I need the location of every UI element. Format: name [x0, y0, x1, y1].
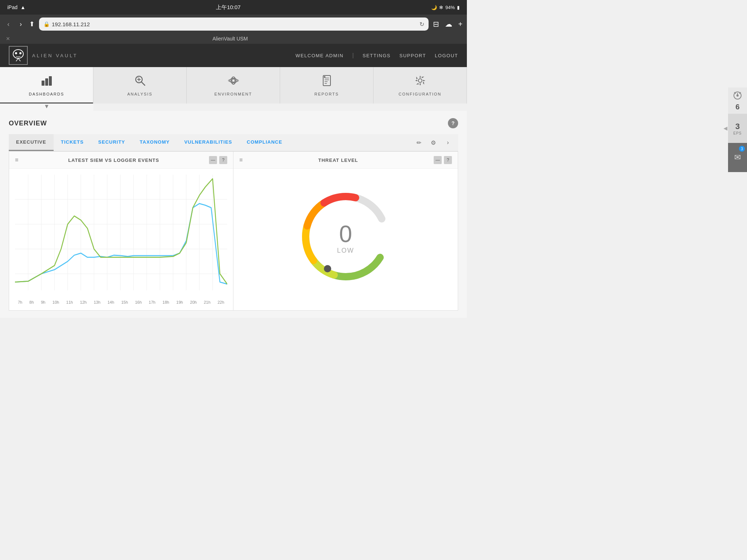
svg-rect-22 — [324, 76, 325, 78]
svg-point-1 — [15, 52, 17, 54]
battery-label: 94% — [445, 5, 455, 10]
help-button[interactable]: ? — [448, 118, 458, 128]
bluetooth-icon: ✻ — [439, 5, 443, 10]
dashboards-label: DASHBOARDS — [29, 92, 64, 96]
tab-compliance[interactable]: COMPLIANCE — [240, 134, 290, 151]
nav-item-configuration[interactable]: CONFIGURATION — [374, 67, 467, 104]
siem-minimize-button[interactable]: — — [209, 156, 217, 164]
tab-security[interactable]: SECURITY — [91, 134, 132, 151]
x-label-14h: 14h — [108, 300, 114, 304]
threat-widget: ≡ THREAT LEVEL — ? — [233, 152, 458, 310]
support-link[interactable]: SUPPORT — [399, 53, 426, 58]
nav-item-analysis[interactable]: ANALYSIS — [93, 67, 187, 104]
dashboards-icon — [41, 75, 53, 89]
threat-minimize-button[interactable]: — — [434, 156, 442, 164]
browser-tab-bar: ✕ AlienVault USM — [0, 34, 467, 44]
logout-link[interactable]: LOGOUT — [435, 53, 458, 58]
overview-title: OVERVIEW — [9, 120, 47, 127]
tab-vulnerabilities[interactable]: VULNERABILITIES — [177, 134, 239, 151]
reload-button[interactable]: ↻ — [419, 21, 424, 28]
logo-box — [9, 46, 28, 65]
x-label-12h: 12h — [80, 300, 86, 304]
threat-widget-header: ≡ THREAT LEVEL — ? — [233, 152, 458, 169]
threat-widget-controls: — ? — [434, 156, 452, 164]
x-label-10h: 10h — [53, 300, 59, 304]
x-label-22h: 22h — [217, 300, 224, 304]
status-bar-right: 🌙 ✻ 94% ▮ — [431, 5, 460, 10]
x-axis-labels: 7h 8h 9h 10h 11h 12h 13h 14h 15h 16h 17h… — [15, 299, 227, 304]
svg-rect-5 — [42, 81, 44, 86]
moon-icon: 🌙 — [431, 5, 437, 10]
svg-point-49 — [324, 265, 331, 272]
nav-item-reports[interactable]: REPORTS — [280, 67, 374, 104]
logo-area: ALIEN VAULT — [9, 46, 78, 65]
svg-point-23 — [418, 79, 422, 82]
new-tab-icon[interactable]: + — [458, 20, 462, 28]
settings-link[interactable]: SETTINGS — [363, 53, 391, 58]
nav-item-environment[interactable]: ENVIRONMENT — [187, 67, 280, 104]
browser-chrome: ‹ › ⬆ 🔒 192.168.11.212 ↻ ⊟ ☁ + — [0, 15, 467, 34]
environment-icon — [228, 75, 239, 89]
forward-button[interactable]: › — [17, 19, 25, 30]
x-label-20h: 20h — [190, 300, 197, 304]
welcome-text: WELCOME ADMIN — [295, 53, 343, 58]
status-bar-left: iPad ▲ — [7, 4, 26, 10]
tab-title-text: AlienVault USM — [212, 36, 248, 42]
siem-help-button[interactable]: ? — [219, 156, 227, 164]
header-divider: | — [352, 52, 354, 59]
threat-widget-body: 0 LOW — [233, 169, 458, 304]
tab-executive[interactable]: EXECUTIVE — [9, 134, 54, 151]
tab-actions: ✏ ⚙ › — [409, 137, 458, 148]
x-label-7h: 7h — [18, 300, 22, 304]
threat-help-button[interactable]: ? — [444, 156, 452, 164]
active-indicator: ▼ — [0, 103, 93, 111]
gauge-value: 0 — [339, 221, 352, 248]
bookmarks-icon[interactable]: ⊟ — [433, 20, 439, 28]
battery-icon: ▮ — [457, 5, 460, 10]
back-button[interactable]: ‹ — [4, 19, 12, 30]
gauge-level-label: LOW — [337, 247, 354, 254]
address-bar[interactable]: 🔒 192.168.11.212 ↻ — [39, 18, 429, 31]
browser-actions: ⊟ ☁ + — [433, 20, 462, 28]
svg-rect-7 — [49, 76, 52, 86]
main-nav: DASHBOARDS ANALYSIS ENVIRONMENT — [0, 67, 467, 104]
x-label-8h: 8h — [30, 300, 34, 304]
siem-chart — [15, 175, 227, 299]
nav-item-dashboards[interactable]: DASHBOARDS — [0, 67, 93, 104]
lock-icon: 🔒 — [43, 21, 50, 27]
siem-widget: ≡ LATEST SIEM VS LOGGER EVENTS — ? — [9, 152, 233, 310]
svg-line-9 — [141, 82, 145, 85]
x-label-15h: 15h — [121, 300, 128, 304]
more-tabs-button[interactable]: › — [442, 137, 454, 148]
tab-tickets[interactable]: TICKETS — [54, 134, 91, 151]
analysis-icon — [134, 75, 146, 89]
x-label-21h: 21h — [204, 300, 210, 304]
siem-widget-title: LATEST SIEM VS LOGGER EVENTS — [18, 158, 209, 163]
x-label-17h: 17h — [149, 300, 155, 304]
dashboard-grid: ≡ LATEST SIEM VS LOGGER EVENTS — ? — [9, 151, 458, 311]
analysis-label: ANALYSIS — [127, 92, 152, 96]
x-label-11h: 11h — [66, 300, 73, 304]
siem-widget-header: ≡ LATEST SIEM VS LOGGER EVENTS — ? — [9, 152, 233, 169]
app-name-text: ALIEN VAULT — [32, 53, 78, 58]
threat-menu-icon[interactable]: ≡ — [239, 157, 243, 163]
dashboard-settings-button[interactable]: ⚙ — [427, 137, 439, 148]
edit-dashboard-button[interactable]: ✏ — [413, 137, 425, 148]
siem-menu-icon[interactable]: ≡ — [15, 157, 18, 163]
svg-line-3 — [16, 58, 18, 61]
close-tab-button[interactable]: ✕ — [6, 36, 10, 42]
reports-label: REPORTS — [314, 92, 339, 96]
cloud-icon[interactable]: ☁ — [445, 20, 452, 28]
tab-taxonomy[interactable]: TAXONOMY — [132, 134, 177, 151]
x-label-19h: 19h — [176, 300, 183, 304]
share-button[interactable]: ⬆ — [29, 20, 35, 28]
overview-header: OVERVIEW ? — [9, 118, 458, 128]
alien-logo — [9, 47, 27, 64]
reports-icon — [321, 75, 333, 89]
device-label: iPad — [7, 4, 18, 10]
status-bar-time: 上午10:07 — [216, 4, 241, 11]
gauge-container: 0 LOW — [239, 175, 452, 299]
svg-line-12 — [137, 77, 139, 78]
url-text: 192.168.11.212 — [52, 21, 90, 27]
svg-rect-6 — [45, 78, 48, 86]
